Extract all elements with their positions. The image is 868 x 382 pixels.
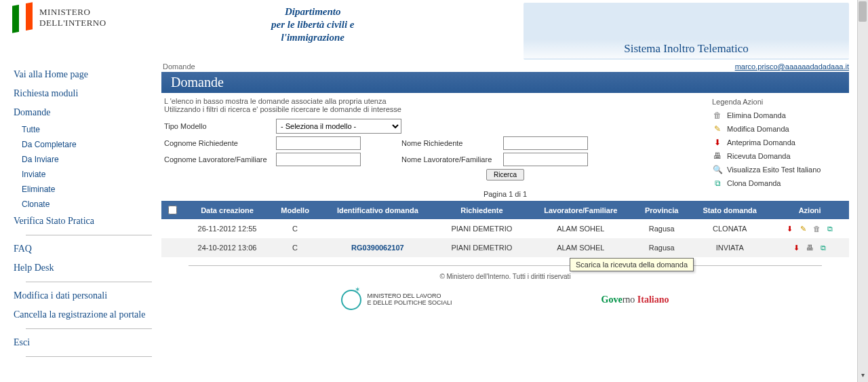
europe-map-banner: Sistema Inoltro Telematico bbox=[524, 3, 849, 60]
clone-icon: ⧉ bbox=[712, 178, 723, 189]
th-data-creazione[interactable]: Data creazione bbox=[183, 201, 271, 219]
input-nome-richiedente[interactable] bbox=[503, 136, 588, 150]
th-provincia[interactable]: Provincia bbox=[634, 201, 689, 219]
cell-richiedente: PIANI DEMETRIO bbox=[436, 238, 527, 257]
cell-ident bbox=[319, 219, 436, 238]
nav-domande-tutte[interactable]: Tutte bbox=[11, 122, 156, 137]
cell-data: 24-10-2012 13:06 bbox=[183, 238, 271, 257]
legend-title: Legenda Azioni bbox=[712, 98, 848, 106]
nav-richiesta-moduli[interactable]: Richiesta moduli bbox=[11, 84, 156, 103]
cell-modello: C bbox=[271, 219, 319, 238]
footer-logo-lavoro: MINISTERO DEL LAVORO E DELLE POLITICHE S… bbox=[341, 290, 452, 310]
select-tipo-modello[interactable]: - Seleziona il modello - bbox=[276, 119, 401, 134]
ministero-text: MINISTERO DELL'INTERNO bbox=[39, 7, 106, 28]
nav-domande-da-inviare[interactable]: Da Inviare bbox=[11, 152, 156, 167]
sidebar: Vai alla Home page Richiesta moduli Doma… bbox=[0, 61, 156, 361]
legend-elimina: Elimina Domanda bbox=[727, 111, 786, 119]
sidebar-divider bbox=[26, 282, 152, 282]
input-cognome-richiedente[interactable] bbox=[276, 136, 361, 150]
ministero-line2: DELL'INTERNO bbox=[39, 18, 106, 28]
action-anteprima-icon[interactable]: ⬇ bbox=[784, 223, 795, 234]
th-modello[interactable]: Modello bbox=[271, 201, 319, 219]
nav-verifica-stato[interactable]: Verifica Stato Pratica bbox=[11, 212, 156, 231]
cell-provincia: Ragusa bbox=[634, 238, 689, 257]
italy-flag-icon bbox=[12, 2, 33, 33]
lavoro-line2: E DELLE POLITICHE SOCIALI bbox=[367, 300, 452, 307]
legend-esito: Visualizza Esito Test Italiano bbox=[727, 166, 821, 174]
cell-ident-link[interactable]: RG0390062107 bbox=[351, 244, 404, 252]
ricerca-button[interactable]: Ricerca bbox=[486, 169, 524, 180]
tooltip-ricevuta: Scarica la ricevuta della domanda bbox=[570, 258, 694, 271]
cell-modello: C bbox=[271, 238, 319, 257]
nav-esci[interactable]: Esci bbox=[11, 333, 156, 352]
th-lavoratore[interactable]: Lavoratore/Familiare bbox=[527, 201, 634, 219]
th-identificativo[interactable]: Identificativo domanda bbox=[319, 201, 436, 219]
scrollbar-thumb[interactable] bbox=[859, 1, 867, 22]
nav-domande-da-completare[interactable]: Da Completare bbox=[11, 137, 156, 152]
legend-ricevuta: Ricevuta Domanda bbox=[727, 152, 791, 160]
legend-clona: Clona Domanda bbox=[727, 179, 781, 187]
legend-anteprima: Anteprima Domanda bbox=[727, 138, 795, 147]
system-title: Sistema Inoltro Telematico bbox=[524, 39, 849, 58]
action-ricevuta-icon[interactable]: 🖶 bbox=[804, 242, 815, 253]
action-modifica-icon[interactable]: ✎ bbox=[797, 223, 808, 234]
footer-logo-governo: Governo Italiano bbox=[601, 294, 669, 305]
dept-line3: l'immigrazione bbox=[271, 31, 354, 44]
sidebar-divider bbox=[26, 235, 152, 235]
swirl-icon bbox=[341, 290, 361, 310]
vertical-scrollbar[interactable]: ▾ bbox=[857, 0, 868, 361]
action-elimina-icon[interactable]: 🗑 bbox=[811, 223, 822, 234]
nav-home[interactable]: Vai alla Home page bbox=[11, 65, 156, 84]
th-stato[interactable]: Stato domanda bbox=[689, 201, 770, 219]
select-all-checkbox[interactable] bbox=[168, 206, 177, 214]
nav-domande-eliminate[interactable]: Eliminate bbox=[11, 182, 156, 197]
trash-icon: 🗑 bbox=[712, 110, 723, 121]
nav-domande-inviate[interactable]: Inviate bbox=[11, 167, 156, 182]
header: MINISTERO DELL'INTERNO Dipartimento per … bbox=[0, 0, 854, 61]
sidebar-divider bbox=[26, 328, 152, 329]
table-row: 24-10-2012 13:06 C RG0390062107 PIANI DE… bbox=[161, 238, 849, 257]
cell-data: 26-11-2012 12:55 bbox=[183, 219, 271, 238]
cell-lavoratore: ALAM SOHEL bbox=[527, 219, 634, 238]
nav-faq[interactable]: FAQ bbox=[11, 240, 156, 259]
label-tipo-modello: Tipo Modello bbox=[164, 122, 276, 130]
page-title: Domande bbox=[161, 72, 849, 93]
nav-helpdesk[interactable]: Help Desk bbox=[11, 259, 156, 278]
cell-provincia: Ragusa bbox=[634, 219, 689, 238]
th-richiedente[interactable]: Richiedente bbox=[436, 201, 527, 219]
dept-line1: Dipartimento bbox=[271, 5, 354, 18]
domande-table: Data creazione Modello Identificativo do… bbox=[161, 201, 849, 257]
action-anteprima-icon[interactable]: ⬇ bbox=[791, 242, 802, 253]
cell-richiedente: PIANI DEMETRIO bbox=[436, 219, 527, 238]
pdf-icon: ⬇ bbox=[712, 137, 723, 148]
nav-domande[interactable]: Domande bbox=[11, 103, 156, 122]
nav-domande-clonate[interactable]: Clonate bbox=[11, 197, 156, 212]
ministero-logo-block: MINISTERO DELL'INTERNO bbox=[12, 4, 106, 31]
legend-azioni: Legenda Azioni 🗑Elimina Domanda ✎Modific… bbox=[712, 98, 848, 190]
nav-modifica-dati[interactable]: Modifica i dati personali bbox=[11, 286, 156, 305]
cell-stato: INVIATA bbox=[689, 238, 770, 257]
input-cognome-lavoratore[interactable] bbox=[276, 153, 361, 166]
footer: © Ministero dell'Interno. Tutti i diritt… bbox=[161, 265, 849, 310]
content-area: Domande marco.prisco@aaaaaadadadaaa.it D… bbox=[156, 61, 854, 361]
nav-cancella-registrazione[interactable]: Cancella la registrazione al portale bbox=[11, 305, 156, 324]
label-nome-richiedente: Nome Richiedente bbox=[401, 139, 503, 147]
test-result-icon: 🔍 bbox=[712, 164, 723, 175]
receipt-icon: 🖶 bbox=[712, 151, 723, 161]
ministero-line1: MINISTERO bbox=[39, 7, 106, 18]
pencil-icon: ✎ bbox=[712, 123, 723, 134]
gov-part1: Gove bbox=[601, 294, 623, 305]
label-nome-lavoratore: Nome Lavoratore/Familiare bbox=[401, 155, 503, 164]
cell-lavoratore: ALAM SOHEL bbox=[527, 238, 634, 257]
cell-stato: CLONATA bbox=[689, 219, 770, 238]
input-nome-lavoratore[interactable] bbox=[503, 153, 588, 166]
dept-line2: per le libertà civili e bbox=[271, 18, 354, 31]
footer-copyright: © Ministero dell'Interno. Tutti i diritt… bbox=[161, 273, 849, 280]
user-email-link[interactable]: marco.prisco@aaaaaadadadaaa.it bbox=[735, 62, 849, 71]
action-clona-icon[interactable]: ⧉ bbox=[825, 223, 835, 234]
action-clona-icon[interactable]: ⧉ bbox=[818, 242, 829, 253]
table-header-row: Data creazione Modello Identificativo do… bbox=[161, 201, 849, 219]
gov-part3: Italiano bbox=[637, 294, 669, 305]
department-title: Dipartimento per le libertà civili e l'i… bbox=[271, 5, 354, 43]
gov-part2: rno bbox=[623, 294, 637, 305]
